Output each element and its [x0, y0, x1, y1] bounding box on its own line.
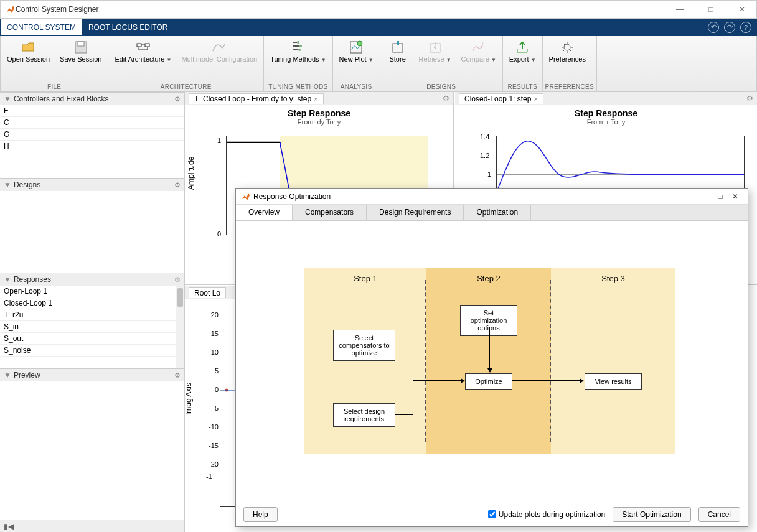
scrollbar[interactable]: [176, 286, 184, 368]
box-results: View results: [585, 373, 642, 390]
help-button[interactable]: Help: [243, 507, 278, 522]
new-plot-button[interactable]: + New Plot ▼: [336, 39, 377, 66]
plot-tab-right[interactable]: Closed-Loop 1: step ×: [459, 93, 543, 104]
plot-title: Step Response: [455, 108, 757, 118]
save-session-button[interactable]: Save Session: [56, 39, 105, 65]
svg-rect-11: [397, 41, 399, 45]
toolstrip: Open Session Save Session FILE Edit Arch…: [0, 36, 757, 92]
minimize-button[interactable]: —: [670, 5, 689, 14]
store-button[interactable]: Store: [383, 39, 413, 65]
list-item[interactable]: Closed-Loop 1: [0, 297, 184, 309]
list-item[interactable]: H: [0, 141, 184, 152]
maximize-button[interactable]: □: [702, 5, 720, 14]
gear-icon[interactable]: ⚙: [174, 181, 181, 189]
group-label-architecture: ARCHITECTURE: [108, 82, 263, 91]
panel-title-responses: Responses: [14, 275, 51, 284]
step3-label: Step 3: [601, 274, 625, 283]
plot-tab-left[interactable]: T_Closed Loop - From dy to y: step ×: [189, 93, 324, 104]
multimodel-icon: [212, 40, 227, 55]
tab-control-system[interactable]: CONTROL SYSTEM: [1, 19, 82, 35]
plot-subtitle: From: dy To: y: [185, 118, 453, 126]
plot-title: Step Response: [185, 108, 453, 118]
folder-open-icon: [21, 40, 36, 55]
list-item[interactable]: C: [0, 117, 184, 129]
edit-architecture-button[interactable]: Edit Architecture ▼: [111, 39, 175, 66]
tab-overview[interactable]: Overview: [236, 205, 293, 220]
collapse-icon[interactable]: ▼: [4, 95, 11, 103]
svg-point-5: [299, 45, 302, 47]
gear-large-icon: [560, 40, 575, 55]
box-optimize: Optimize: [465, 373, 512, 390]
panel-designs: ▼ Designs ⚙: [0, 178, 184, 273]
list-item[interactable]: S_out: [0, 333, 184, 345]
open-session-button[interactable]: Open Session: [3, 39, 54, 65]
plot-icon: +: [349, 40, 364, 55]
redo-button[interactable]: ↷: [724, 22, 735, 33]
update-plots-checkbox-input[interactable]: [488, 510, 496, 518]
tab-compensators[interactable]: Compensators: [293, 205, 367, 220]
group-label-designs: DESIGNS: [380, 82, 502, 91]
step-chart-right[interactable]: [496, 136, 745, 192]
main-titlebar: Control System Designer — □ ✕: [0, 0, 757, 19]
list-item[interactable]: G: [0, 129, 184, 141]
list-item[interactable]: T_r2u: [0, 309, 184, 321]
svg-rect-10: [393, 44, 403, 52]
list-item[interactable]: F: [0, 105, 184, 117]
panel-title-preview: Preview: [14, 371, 40, 380]
dialog-minimize-button[interactable]: —: [698, 192, 713, 201]
start-optimization-button[interactable]: Start Optimization: [613, 507, 690, 522]
y-axis-label: Amplitude: [187, 157, 195, 190]
tuning-icon: [291, 40, 306, 55]
update-plots-checkbox[interactable]: Update plots during optimization: [488, 510, 605, 519]
dialog-maximize-button[interactable]: □: [713, 192, 728, 201]
matlab-logo-icon: [6, 4, 16, 14]
preferences-button[interactable]: Preferences: [545, 39, 590, 65]
gear-icon[interactable]: ⚙: [443, 94, 449, 103]
svg-point-6: [298, 49, 301, 51]
box-options: Set optimization options: [460, 305, 517, 336]
collapse-icon[interactable]: ▼: [4, 371, 11, 380]
export-button[interactable]: Export ▼: [505, 39, 540, 66]
gear-icon[interactable]: ⚙: [746, 94, 753, 103]
panel-responses: ▼ Responses ⚙ Open-Loop 1 Closed-Loop 1 …: [0, 273, 184, 368]
close-tab-icon[interactable]: ×: [534, 95, 537, 103]
window-title: Control System Designer: [16, 5, 670, 14]
rewind-icon[interactable]: ▮◀: [4, 522, 14, 531]
compare-icon: [471, 40, 486, 55]
list-item[interactable]: Open-Loop 1: [0, 286, 184, 297]
gear-icon[interactable]: ⚙: [174, 276, 181, 284]
tab-design-requirements[interactable]: Design Requirements: [367, 205, 464, 220]
collapse-icon[interactable]: ▼: [4, 180, 11, 189]
gear-icon[interactable]: ⚙: [174, 371, 181, 380]
list-item[interactable]: S_noise: [0, 345, 184, 357]
export-icon: [515, 40, 530, 55]
tab-root-locus-editor[interactable]: ROOT LOCUS EDITOR: [82, 19, 174, 35]
cancel-button[interactable]: Cancel: [698, 507, 740, 522]
close-tab-icon[interactable]: ×: [314, 95, 317, 103]
dialog-title: Response Optimization: [253, 192, 698, 201]
help-button[interactable]: ?: [740, 22, 751, 33]
retrieve-icon: [428, 40, 443, 55]
architecture-icon: [136, 40, 151, 55]
workflow-diagram: Step 1 Step 2 Step 3 Select compensators…: [304, 268, 675, 454]
tuning-methods-button[interactable]: Tuning Methods ▼: [266, 39, 329, 66]
retrieve-button: Retrieve ▼: [415, 39, 455, 66]
ribbon-tabstrip: CONTROL SYSTEM ROOT LOCUS EDITOR ↶ ↷ ?: [0, 19, 757, 36]
undo-button[interactable]: ↶: [708, 22, 719, 33]
close-button[interactable]: ✕: [733, 5, 751, 14]
save-icon: [73, 40, 88, 55]
dialog-close-button[interactable]: ✕: [728, 192, 743, 201]
gear-icon[interactable]: ⚙: [174, 95, 181, 103]
list-item[interactable]: S_in: [0, 321, 184, 333]
store-icon: [390, 40, 405, 55]
matlab-logo-icon: [241, 192, 251, 202]
panel-title-controllers: Controllers and Fixed Blocks: [14, 95, 109, 103]
svg-point-13: [564, 44, 570, 50]
root-locus-chart[interactable]: [220, 310, 235, 507]
collapse-icon[interactable]: ▼: [4, 275, 11, 284]
plot-tab-root-locus[interactable]: Root Lo: [189, 287, 226, 298]
svg-point-4: [297, 41, 299, 44]
step2-label: Step 2: [477, 274, 501, 283]
tab-optimization[interactable]: Optimization: [464, 205, 531, 220]
group-label-analysis: ANALYSIS: [333, 82, 380, 91]
